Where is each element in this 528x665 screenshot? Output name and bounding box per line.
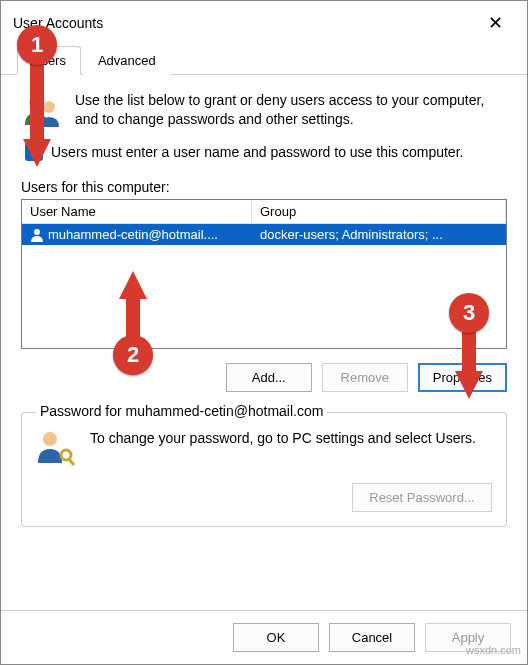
list-row[interactable]: muhammed-cetin@hotmail.... docker-users;… — [22, 224, 506, 245]
annotation-arrow-1 — [19, 61, 55, 171]
require-password-row[interactable]: ✓ Users must enter a user name and passw… — [25, 143, 507, 161]
close-button[interactable]: ✕ — [475, 9, 515, 37]
remove-button: Remove — [322, 363, 408, 392]
annotation-arrow-2 — [115, 271, 151, 343]
tabstrip: Users Advanced — [1, 45, 527, 75]
column-group[interactable]: Group — [252, 200, 506, 223]
cell-username-text: muhammed-cetin@hotmail.... — [48, 227, 218, 242]
apply-button: Apply — [425, 623, 511, 652]
cell-group: docker-users; Administrators; ... — [252, 224, 506, 245]
annotation-badge-3: 3 — [449, 293, 489, 333]
password-text: To change your password, go to PC settin… — [90, 429, 476, 448]
svg-point-4 — [61, 450, 71, 460]
require-password-label: Users must enter a user name and passwor… — [51, 144, 463, 160]
svg-point-2 — [34, 229, 40, 235]
annotation-badge-1: 1 — [17, 25, 57, 65]
users-listbox[interactable]: User Name Group muhammed-cetin@hotmail..… — [21, 199, 507, 349]
reset-password-button: Reset Password... — [352, 483, 492, 512]
cell-username: muhammed-cetin@hotmail.... — [22, 224, 252, 245]
svg-point-3 — [43, 432, 57, 446]
user-row-icon — [30, 228, 44, 242]
list-header: User Name Group — [22, 200, 506, 224]
intro-text: Use the list below to grant or deny user… — [75, 91, 507, 131]
password-legend: Password for muhammed-cetin@hotmail.com — [36, 403, 327, 419]
column-username[interactable]: User Name — [22, 200, 252, 223]
annotation-arrow-3 — [451, 329, 487, 401]
user-key-icon — [36, 429, 76, 469]
users-list-label: Users for this computer: — [21, 179, 170, 195]
titlebar: User Accounts ✕ — [1, 1, 527, 45]
close-icon: ✕ — [488, 12, 503, 34]
cancel-button[interactable]: Cancel — [329, 623, 415, 652]
ok-button[interactable]: OK — [233, 623, 319, 652]
bottom-button-bar: OK Cancel Apply — [1, 610, 527, 664]
annotation-badge-2: 2 — [113, 335, 153, 375]
intro-row: Use the list below to grant or deny user… — [21, 91, 507, 131]
add-button[interactable]: Add... — [226, 363, 312, 392]
password-fieldset: Password for muhammed-cetin@hotmail.com … — [21, 412, 507, 527]
tab-advanced[interactable]: Advanced — [83, 46, 171, 75]
